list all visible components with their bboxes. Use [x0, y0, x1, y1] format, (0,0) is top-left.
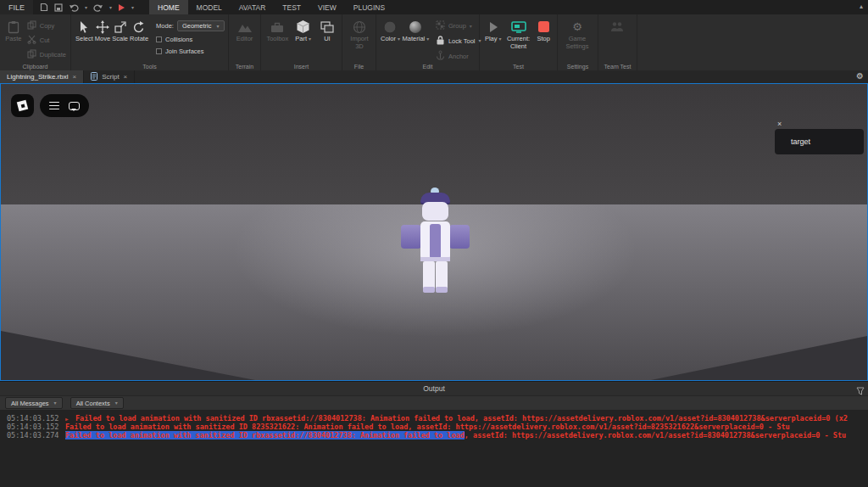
- game-controls-pill[interactable]: [40, 94, 89, 117]
- part-label: Part: [295, 35, 307, 42]
- team-test-group-label: Team Test: [598, 64, 637, 70]
- join-surfaces-toggle[interactable]: Join Surfaces: [156, 48, 224, 55]
- avatar-shoe-right: [436, 287, 448, 293]
- move-tool-button[interactable]: Move: [95, 17, 110, 55]
- close-icon[interactable]: ×: [72, 74, 76, 81]
- target-panel-close-icon[interactable]: ×: [777, 120, 782, 128]
- ribbon-group-settings: ⚙ Game Settings Settings: [558, 14, 598, 70]
- import-3d-button[interactable]: Import 3D: [347, 17, 372, 50]
- scale-label: Scale: [112, 35, 128, 42]
- paste-button[interactable]: Paste: [4, 17, 23, 60]
- anchor-button[interactable]: Anchor: [436, 50, 481, 62]
- stop-button[interactable]: Stop: [535, 17, 554, 50]
- import-3d-label: Import 3D: [347, 35, 372, 50]
- part-chevron-icon[interactable]: ▾: [309, 36, 311, 42]
- log-line[interactable]: 05:14:03.152 ▶ Failed to load animation …: [0, 414, 868, 423]
- redo-icon[interactable]: [93, 3, 103, 12]
- undo-chevron-icon[interactable]: ▾: [85, 5, 87, 10]
- menubar: FILE ▾ ▾ ▾ HOME MODEL AVATAR TEST VIEW P…: [0, 0, 868, 14]
- team-test-button[interactable]: [603, 17, 632, 35]
- lock-tool-button[interactable]: Lock Tool ▾: [436, 35, 481, 47]
- mode-dropdown[interactable]: Geometric ▾: [177, 20, 225, 31]
- save-icon[interactable]: [54, 3, 63, 12]
- color-chevron-icon[interactable]: ▾: [398, 36, 400, 42]
- play-chevron-icon[interactable]: ▾: [499, 36, 502, 42]
- group-button[interactable]: Group ▾: [436, 20, 481, 31]
- duplicate-button[interactable]: Duplicate: [27, 49, 66, 60]
- ribbon-group-clipboard: Paste Copy Cut Duplicate: [0, 14, 71, 70]
- doc-tab-script[interactable]: Script ×: [84, 70, 135, 83]
- open-file-icon[interactable]: [40, 3, 48, 12]
- scale-icon: [114, 19, 127, 35]
- tab-test[interactable]: TEST: [274, 0, 309, 14]
- game-settings-button[interactable]: ⚙ Game Settings: [562, 17, 593, 50]
- settings-group-label: Settings: [558, 64, 598, 70]
- stop-icon: [537, 19, 550, 35]
- current-client-button[interactable]: Current: Client: [505, 17, 532, 50]
- chat-bubble-icon[interactable]: [69, 102, 80, 110]
- join-surfaces-checkbox[interactable]: [156, 48, 162, 54]
- collisions-checkbox[interactable]: [156, 36, 162, 42]
- roblox-menu-button[interactable]: [11, 94, 34, 117]
- quick-play-chevron-icon[interactable]: ▾: [131, 5, 134, 10]
- anchor-icon: [436, 50, 445, 62]
- gear-icon[interactable]: ⚙: [856, 72, 864, 81]
- player-avatar[interactable]: [399, 188, 471, 302]
- rotate-tool-button[interactable]: Rotate: [130, 17, 148, 55]
- output-panel-header[interactable]: Output: [0, 381, 868, 395]
- hamburger-menu-icon[interactable]: [49, 102, 59, 110]
- color-button[interactable]: Color ▾: [381, 17, 400, 62]
- lock-icon: [436, 35, 445, 47]
- lock-tool-label: Lock Tool: [448, 37, 476, 45]
- select-tool-button[interactable]: Select: [75, 17, 93, 55]
- log-line[interactable]: 05:14:03.274 Failed to load animation wi…: [0, 431, 868, 439]
- all-contexts-dropdown[interactable]: All Contexts ▾: [70, 397, 124, 409]
- ribbon-collapse-icon[interactable]: ▴: [860, 3, 863, 10]
- cut-button[interactable]: Cut: [27, 35, 66, 46]
- all-contexts-label: All Contexts: [76, 400, 110, 407]
- collisions-toggle[interactable]: Collisions: [156, 36, 224, 43]
- ribbon-group-team-test: Team Test: [598, 14, 637, 70]
- quick-play-icon[interactable]: [118, 3, 125, 12]
- material-chevron-icon[interactable]: ▾: [426, 36, 429, 42]
- copy-button[interactable]: Copy: [27, 20, 66, 31]
- tab-plugins[interactable]: PLUGINS: [345, 0, 393, 14]
- log-message: Failed to load animation with sanitized …: [65, 423, 790, 431]
- material-button[interactable]: Material ▾: [403, 17, 429, 62]
- ui-button[interactable]: UI: [317, 17, 337, 42]
- play-button[interactable]: Play ▾: [484, 17, 503, 50]
- scale-tool-button[interactable]: Scale: [112, 17, 128, 55]
- ui-icon: [320, 19, 334, 35]
- copy-label: Copy: [40, 22, 55, 30]
- tab-model[interactable]: MODEL: [188, 0, 231, 14]
- color-circle-icon: [383, 19, 397, 35]
- doc-tab-place[interactable]: Lightning_Strike.rbxl ×: [0, 70, 84, 83]
- file-menu-button[interactable]: FILE: [0, 0, 33, 14]
- tab-avatar[interactable]: AVATAR: [231, 0, 275, 14]
- output-log[interactable]: 05:14:03.152 ▶ Failed to load animation …: [0, 410, 868, 487]
- part-button[interactable]: Part ▾: [293, 17, 314, 42]
- ribbon-group-tools: Select Move Scale Rotate Mode:: [71, 14, 229, 70]
- log-timestamp: 05:14:03.152: [0, 423, 65, 431]
- tools-group-label: Tools: [71, 64, 228, 70]
- toolbox-icon: [270, 19, 285, 35]
- expand-arrow-icon[interactable]: ▶: [65, 416, 75, 422]
- toolbox-button[interactable]: Toolbox: [265, 17, 290, 42]
- clipboard-group-label: Clipboard: [0, 64, 70, 70]
- log-line[interactable]: 05:14:03.152 Failed to load animation wi…: [0, 423, 868, 431]
- avatar-head: [422, 202, 448, 221]
- output-filter-icon[interactable]: [856, 383, 865, 392]
- viewport-3d[interactable]: × target: [0, 83, 868, 381]
- document-tab-bar: Lightning_Strike.rbxl × Script × ⚙: [0, 70, 868, 83]
- undo-icon[interactable]: [69, 3, 79, 12]
- redo-chevron-icon[interactable]: ▾: [109, 5, 112, 10]
- current-client-label: Current: Client: [505, 35, 532, 50]
- all-messages-dropdown[interactable]: All Messages ▾: [5, 397, 63, 409]
- stop-label: Stop: [537, 35, 550, 42]
- terrain-editor-button[interactable]: Editor: [233, 17, 256, 42]
- close-icon[interactable]: ×: [124, 74, 128, 81]
- tab-view[interactable]: VIEW: [309, 0, 345, 14]
- tab-home[interactable]: HOME: [149, 0, 188, 14]
- import-3d-globe-icon: [353, 19, 366, 35]
- ribbon-group-file: Import 3D File: [342, 14, 376, 70]
